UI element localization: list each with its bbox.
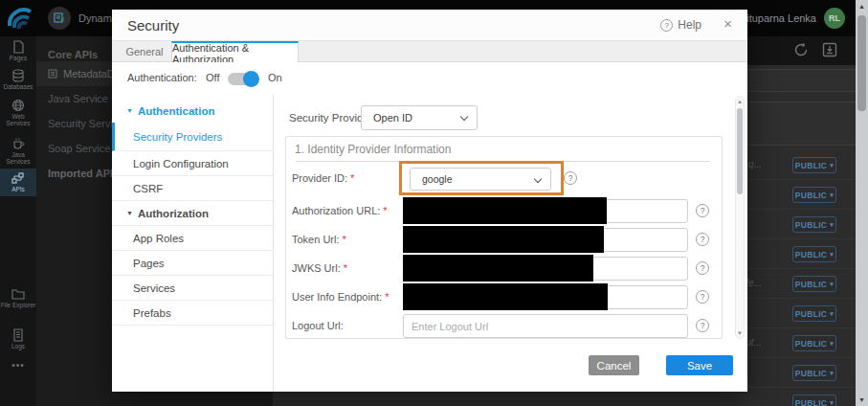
help-button[interactable]: ? Help xyxy=(660,18,701,32)
provider-id-row: Provider ID:* google ? xyxy=(286,166,723,192)
close-icon[interactable]: × xyxy=(723,15,732,32)
sidebar-item-pages[interactable]: Pages xyxy=(0,40,36,61)
jwks-url-label: JWKS Url: xyxy=(292,262,341,274)
sidebar-item-java-services[interactable]: Java Services xyxy=(0,137,36,165)
scroll-down-icon[interactable]: ▼ xyxy=(736,330,744,336)
save-button[interactable]: Save xyxy=(666,355,733,375)
cancel-button[interactable]: Cancel xyxy=(589,355,639,375)
required-asterisk: * xyxy=(385,291,389,303)
visibility-dropdown[interactable]: PUBLIC▾ xyxy=(792,335,836,351)
redacted-value xyxy=(403,226,604,253)
dots-icon: ••• xyxy=(11,362,25,369)
pages-icon xyxy=(11,40,25,54)
caret-down-icon: ▾ xyxy=(830,162,834,169)
caret-down-icon: ▾ xyxy=(830,221,834,228)
sidebar-item-databases[interactable]: Databases xyxy=(0,69,36,90)
nav-item-services[interactable]: Services xyxy=(112,276,273,301)
app-window: Dynamic Rituparna Lenka RL Pages Databas… xyxy=(0,0,868,406)
nav-item-csrf[interactable]: CSRF xyxy=(112,176,273,201)
triangle-down-icon: ▼ xyxy=(126,210,133,216)
section-divider xyxy=(296,161,710,162)
redacted-value xyxy=(403,197,607,224)
sidebar-item-web-services[interactable]: Web Services xyxy=(0,99,36,126)
field-help-icon[interactable]: ? xyxy=(696,261,709,275)
user-info-endpoint-label: User Info Endpoint: xyxy=(292,291,382,303)
scrollbar-thumb[interactable] xyxy=(857,15,866,111)
tab-authentication-authorization[interactable]: Authentication & Authorization xyxy=(171,41,299,63)
refresh-icon[interactable] xyxy=(792,41,812,60)
field-help-icon[interactable]: ? xyxy=(696,233,709,246)
visibility-dropdown[interactable]: PUBLIC▾ xyxy=(792,365,836,381)
nav-group-authentication[interactable]: ▼ Authentication xyxy=(112,99,273,123)
visibility-dropdown[interactable]: PUBLIC▾ xyxy=(792,395,836,406)
caret-down-icon: ▾ xyxy=(830,281,834,287)
form-scrollbar[interactable]: ▲ ▼ xyxy=(735,96,745,339)
nav-item-login-configuration[interactable]: Login Configuration xyxy=(112,151,273,176)
page-scrollbar[interactable]: ▲ ▼ xyxy=(856,0,868,406)
security-providers-form: Security Provider: Open ID 1. Identity P… xyxy=(274,94,747,392)
required-asterisk: * xyxy=(343,234,346,245)
token-url-row: Token Url:* ? xyxy=(286,227,723,253)
wavemaker-logo-icon[interactable] xyxy=(5,4,33,33)
tab-general[interactable]: General xyxy=(118,41,171,62)
authorization-url-label: Authorization URL: xyxy=(292,205,380,216)
folder-icon xyxy=(11,287,25,301)
field-help-icon[interactable]: ? xyxy=(696,319,709,332)
nav-item-app-roles[interactable]: App Roles xyxy=(112,226,273,251)
project-selector[interactable]: Dynamic xyxy=(48,7,120,30)
scroll-up-icon[interactable]: ▲ xyxy=(736,99,744,104)
dialog-tabs: General Authentication & Authorization xyxy=(112,41,747,62)
user-info-endpoint-row: User Info Endpoint:* ? xyxy=(286,284,723,310)
scrollbar-thumb[interactable] xyxy=(737,108,743,194)
required-asterisk: * xyxy=(344,262,347,274)
nav-item-prefabs[interactable]: Prefabs xyxy=(112,301,273,326)
caret-down-icon: ▾ xyxy=(830,370,834,376)
field-help-icon[interactable]: ? xyxy=(564,171,577,185)
nav-item-security-providers[interactable]: Security Providers xyxy=(112,123,273,151)
visibility-dropdown[interactable]: PUBLIC▾ xyxy=(792,187,836,203)
visibility-dropdown[interactable]: PUBLIC▾ xyxy=(792,157,836,173)
project-icon xyxy=(48,7,71,30)
sidebar-item-file-explorer[interactable]: File Explorer xyxy=(0,287,36,308)
caret-down-icon: ▾ xyxy=(830,192,834,198)
identity-provider-panel: 1. Identity Provider Information Provide… xyxy=(285,136,723,339)
toggle-off-label: Off xyxy=(206,72,219,83)
save-export-icon[interactable] xyxy=(821,41,840,60)
security-dialog: Security ? Help × General Authentication… xyxy=(112,10,747,392)
redacted-value xyxy=(403,255,593,282)
triangle-down-icon: ▼ xyxy=(126,107,133,114)
caret-down-icon: ▾ xyxy=(830,340,834,347)
scroll-up-icon[interactable]: ▲ xyxy=(856,3,868,10)
field-help-icon[interactable]: ? xyxy=(696,290,709,304)
caret-down-icon: ▾ xyxy=(830,251,834,258)
more-options-button[interactable]: ••• xyxy=(0,362,36,369)
database-icon xyxy=(11,69,25,82)
user-menu[interactable]: Rituparna Lenka RL xyxy=(739,8,845,29)
chevron-down-icon xyxy=(534,175,542,183)
left-icon-rail: Pages Databases Web Services Java Servic… xyxy=(0,36,36,406)
visibility-dropdown[interactable]: PUBLIC▾ xyxy=(792,305,836,322)
nav-group-authorization[interactable]: ▼ Authorization xyxy=(112,201,273,226)
authentication-label: Authentication: xyxy=(127,72,197,83)
caret-down-icon: ▾ xyxy=(830,399,834,406)
nav-item-pages[interactable]: Pages xyxy=(112,251,273,276)
scroll-down-icon[interactable]: ▼ xyxy=(856,396,868,403)
authentication-toggle[interactable] xyxy=(228,73,258,85)
visibility-dropdown[interactable]: PUBLIC▾ xyxy=(792,246,836,262)
logout-url-input[interactable] xyxy=(403,314,688,338)
authentication-toggle-row: Authentication: Off On xyxy=(112,62,747,94)
redacted-value xyxy=(403,283,608,310)
sidebar-item-logs[interactable]: Logs xyxy=(0,328,36,350)
provider-id-label: Provider ID: xyxy=(292,172,347,184)
logout-url-row: Logout Url: ? xyxy=(286,313,723,339)
field-help-icon[interactable]: ? xyxy=(696,204,709,217)
jwks-url-row: JWKS Url:* ? xyxy=(286,256,723,282)
security-provider-select[interactable]: Open ID xyxy=(361,105,478,130)
visibility-dropdown[interactable]: PUBLIC▾ xyxy=(792,216,836,233)
logout-url-label: Logout Url: xyxy=(292,320,344,331)
sidebar-item-apis[interactable]: APIs xyxy=(0,169,36,196)
provider-id-select[interactable]: google xyxy=(410,168,551,191)
visibility-dropdown[interactable]: PUBLIC▾ xyxy=(792,276,836,292)
caret-down-icon: ▾ xyxy=(830,310,834,317)
required-asterisk: * xyxy=(350,172,354,184)
